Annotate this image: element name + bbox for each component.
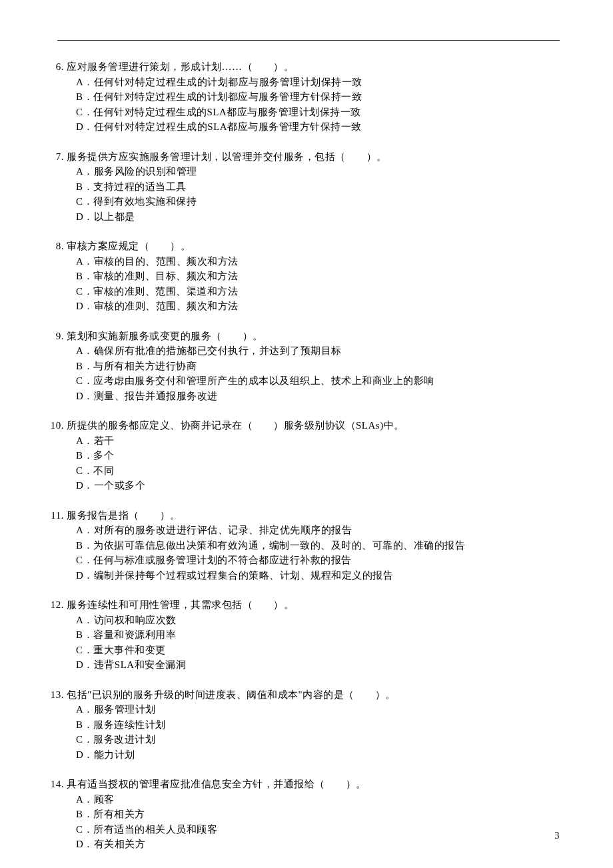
question-text: 服务提供方应实施服务管理计划，以管理并交付服务，包括（ ）。 [67,149,560,165]
question-number: 14. [39,777,67,792]
option: C．不同 [76,463,560,479]
question-block: 6. 应对服务管理进行策划，形成计划……（ ）。 A．任何针对特定过程生成的计划… [39,59,560,135]
question-number: 8. [39,239,67,254]
option: D．能力计划 [76,747,560,763]
question-number: 13. [39,687,67,703]
question-block: 11. 服务报告是指（ ）。 A．对所有的服务改进进行评估、记录、排定优先顺序的… [39,508,560,583]
option: A．对所有的服务改进进行评估、记录、排定优先顺序的报告 [76,523,560,538]
option: D．以上都是 [76,209,560,225]
option: C．应考虑由服务交付和管理所产生的成本以及组织上、技术上和商业上的影响 [76,373,560,389]
option: B．审核的准则、目标、频次和方法 [76,269,560,284]
option: C．得到有效地实施和保持 [76,194,560,209]
question-text: 服务连续性和可用性管理，其需求包括（ ）。 [67,597,560,613]
question-block: 13. 包括"已识别的服务升级的时间进度表、阈值和成本"内容的是（ ）。 A．服… [39,687,560,763]
question-number: 7. [39,149,67,165]
option: B．容量和资源利用率 [76,627,560,643]
option: C．所有适当的相关人员和顾客 [76,822,560,837]
option: C．服务改进计划 [76,732,560,747]
option: C．任何针对特定过程生成的SLA都应与服务管理计划保持一致 [76,105,560,120]
page-number: 3 [555,831,560,841]
question-number: 6. [39,59,67,75]
option: D．违背SLA和安全漏洞 [76,657,560,673]
question-block: 9. 策划和实施新服务或变更的服务（ ）。 A．确保所有批准的措施都已交付执行，… [39,329,560,404]
option: C．任何与标准或服务管理计划的不符合都应进行补救的报告 [76,553,560,568]
option: B．为依据可靠信息做出决策和有效沟通，编制一致的、及时的、可靠的、准确的报告 [76,538,560,553]
option: A．顾客 [76,792,560,807]
question-number: 12. [39,597,67,613]
option: A．服务管理计划 [76,702,560,717]
question-text: 所提供的服务都应定义、协商并记录在（ ）服务级别协议（SLAs)中。 [67,418,560,433]
option: C．审核的准则、范围、渠道和方法 [76,284,560,299]
option: B．任何针对特定过程生成的计划都应与服务管理方针保持一致 [76,89,560,105]
document-page: 6. 应对服务管理进行策划，形成计划……（ ）。 A．任何针对特定过程生成的计划… [0,0,613,868]
option: A．确保所有批准的措施都已交付执行，并达到了预期目标 [76,343,560,359]
question-text: 服务报告是指（ ）。 [67,508,560,523]
option: C．重大事件和变更 [76,643,560,658]
question-block: 14. 具有适当授权的管理者应批准信息安全方针，并通报给（ ）。 A．顾客 B．… [39,777,560,852]
option: D．有关相关方 [76,837,560,852]
question-text: 策划和实施新服务或变更的服务（ ）。 [67,329,560,344]
option: A．任何针对特定过程生成的计划都应与服务管理计划保持一致 [76,75,560,90]
option: B．与所有相关方进行协商 [76,359,560,374]
question-text: 审核方案应规定（ ）。 [67,239,560,254]
option: D．一个或多个 [76,478,560,493]
question-number: 9. [39,329,67,344]
header-separator [57,40,560,41]
option: D．测量、报告并通报服务改进 [76,389,560,404]
option: B．所有相关方 [76,807,560,822]
question-number: 10. [39,418,67,433]
option: D．任何针对特定过程生成的SLA都应与服务管理方针保持一致 [76,119,560,135]
question-number: 11. [39,508,67,523]
option: A．访问权和响应次数 [76,613,560,628]
option: D．编制并保持每个过程或过程集合的策略、计划、规程和定义的报告 [76,568,560,583]
option: B．支持过程的适当工具 [76,179,560,195]
question-block: 7. 服务提供方应实施服务管理计划，以管理并交付服务，包括（ ）。 A．服务风险… [39,149,560,225]
option: B．多个 [76,448,560,463]
question-text: 包括"已识别的服务升级的时间进度表、阈值和成本"内容的是（ ）。 [67,687,560,703]
option: B．服务连续性计划 [76,717,560,733]
option: A．审核的目的、范围、频次和方法 [76,254,560,269]
question-text: 具有适当授权的管理者应批准信息安全方针，并通报给（ ）。 [67,777,560,792]
option: A．若干 [76,433,560,449]
question-block: 10. 所提供的服务都应定义、协商并记录在（ ）服务级别协议（SLAs)中。 A… [39,418,560,493]
question-block: 12. 服务连续性和可用性管理，其需求包括（ ）。 A．访问权和响应次数 B．容… [39,597,560,673]
question-text: 应对服务管理进行策划，形成计划……（ ）。 [67,59,560,75]
question-block: 8. 审核方案应规定（ ）。 A．审核的目的、范围、频次和方法 B．审核的准则、… [39,239,560,314]
option: A．服务风险的识别和管理 [76,164,560,179]
option: D．审核的准则、范围、频次和方法 [76,299,560,314]
